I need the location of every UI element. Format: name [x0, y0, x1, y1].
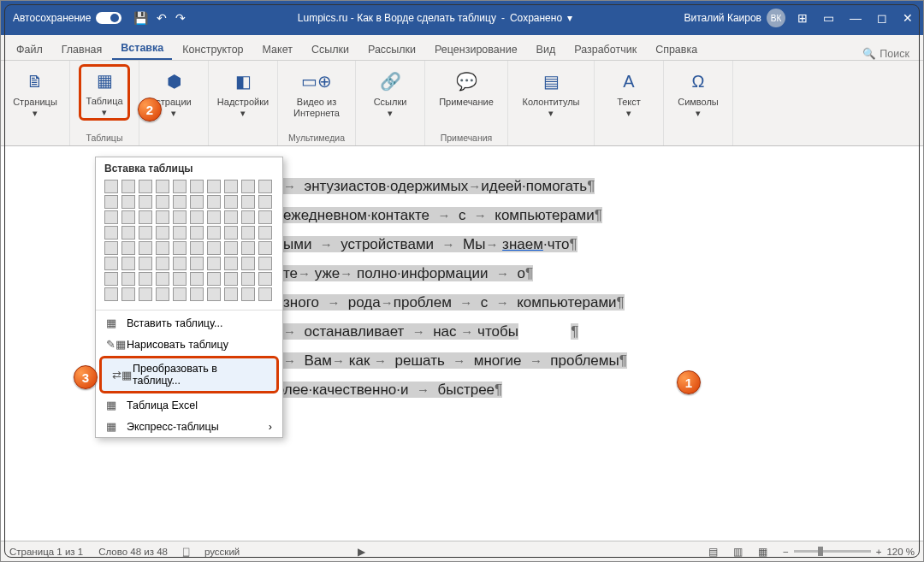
status-page[interactable]: Страница 1 из 1 — [9, 547, 83, 557]
grid-cell[interactable] — [207, 180, 221, 193]
print-layout-icon[interactable]: ▥ — [733, 546, 743, 558]
grid-cell[interactable] — [241, 241, 255, 255]
grid-cell[interactable] — [207, 287, 221, 301]
grid-cell[interactable] — [207, 241, 221, 255]
grid-cell[interactable] — [139, 241, 152, 255]
undo-icon[interactable]: ↶ — [157, 11, 167, 25]
grid-cell[interactable] — [258, 272, 272, 286]
web-layout-icon[interactable]: ▦ — [758, 546, 767, 558]
tab-view[interactable]: Вид — [528, 38, 565, 60]
grid-cell[interactable] — [258, 287, 272, 301]
grid-cell[interactable] — [139, 272, 152, 286]
text-button[interactable]: A Текст▾ — [603, 64, 654, 119]
grid-cell[interactable] — [173, 180, 187, 193]
grid-cell[interactable] — [224, 257, 238, 270]
symbols-button[interactable]: Ω Символы▾ — [672, 64, 724, 119]
grid-cell[interactable] — [104, 287, 118, 301]
grid-cell[interactable] — [121, 287, 135, 301]
grid-cell[interactable] — [173, 226, 187, 240]
grid-cell[interactable] — [190, 241, 204, 255]
tab-home[interactable]: Главная — [53, 38, 111, 60]
grid-cell[interactable] — [139, 195, 152, 209]
zoom-level[interactable]: 120 % — [886, 547, 915, 557]
menu-excel-table[interactable]: ▦ Таблица Excel — [96, 394, 282, 416]
minimize-icon[interactable]: — — [850, 11, 862, 25]
grid-cell[interactable] — [156, 272, 169, 286]
grid-cell[interactable] — [241, 272, 255, 286]
macro-icon[interactable]: ▶ — [358, 546, 365, 558]
grid-cell[interactable] — [139, 210, 152, 224]
search-box[interactable]: 🔍 Поиск — [862, 47, 909, 60]
grid-cell[interactable] — [156, 241, 169, 255]
grid-cell[interactable] — [173, 195, 187, 209]
grid-cell[interactable] — [121, 272, 135, 286]
save-icon[interactable]: 💾 — [133, 11, 148, 25]
zoom-in-icon[interactable]: + — [876, 547, 882, 557]
pages-button[interactable]: 🗎 Страницы▾ — [9, 64, 61, 119]
grid-cell[interactable] — [104, 272, 118, 286]
tab-mailings[interactable]: Рассылки — [359, 38, 424, 60]
tab-file[interactable]: Файл — [8, 38, 51, 60]
zoom-out-icon[interactable]: − — [783, 547, 789, 557]
tab-help[interactable]: Справка — [647, 38, 706, 60]
status-language[interactable]: русский — [204, 547, 240, 557]
grid-cell[interactable] — [104, 210, 118, 224]
grid-cell[interactable] — [207, 195, 221, 209]
menu-draw-table[interactable]: ✎▦ Нарисовать таблицу — [96, 334, 282, 355]
grid-cell[interactable] — [224, 210, 238, 224]
online-video-button[interactable]: ▭⊕ Видео из Интернета — [287, 64, 346, 119]
grid-cell[interactable] — [258, 226, 272, 240]
grid-cell[interactable] — [121, 241, 135, 255]
autosave-toggle[interactable] — [96, 12, 121, 24]
grid-cell[interactable] — [190, 180, 204, 193]
table-button[interactable]: ▦ Таблица▾ — [79, 64, 130, 121]
zoom-slider[interactable] — [794, 550, 871, 553]
grid-cell[interactable] — [207, 272, 221, 286]
grid-cell[interactable] — [190, 287, 204, 301]
proofing-icon[interactable]: ⎕̲ — [183, 547, 189, 557]
grid-cell[interactable] — [258, 180, 272, 193]
display-options-icon[interactable]: ⊞ — [797, 11, 808, 25]
tab-review[interactable]: Рецензирование — [426, 38, 526, 60]
menu-quick-tables[interactable]: ▦ Экспресс-таблицы › — [96, 416, 282, 437]
grid-cell[interactable] — [224, 180, 238, 193]
grid-cell[interactable] — [190, 272, 204, 286]
grid-cell[interactable] — [241, 287, 255, 301]
grid-cell[interactable] — [156, 180, 169, 193]
status-words[interactable]: Слово 48 из 48 — [98, 547, 168, 557]
user-block[interactable]: Виталий Каиров ВК — [684, 9, 785, 27]
grid-cell[interactable] — [241, 226, 255, 240]
links-button[interactable]: 🔗 Ссылки▾ — [364, 64, 416, 119]
table-size-grid[interactable] — [96, 178, 282, 308]
maximize-icon[interactable]: ◻ — [877, 11, 887, 25]
grid-cell[interactable] — [173, 241, 187, 255]
close-icon[interactable]: ✕ — [903, 11, 913, 25]
tab-insert[interactable]: Вставка — [112, 37, 172, 60]
redo-icon[interactable]: ↷ — [175, 11, 186, 25]
tab-design[interactable]: Конструктор — [174, 38, 252, 60]
grid-cell[interactable] — [241, 195, 255, 209]
menu-convert-to-table[interactable]: ⇄▦ Преобразовать в таблицу... — [99, 356, 279, 393]
grid-cell[interactable] — [156, 195, 169, 209]
grid-cell[interactable] — [241, 257, 255, 270]
grid-cell[interactable] — [190, 195, 204, 209]
grid-cell[interactable] — [139, 287, 152, 301]
grid-cell[interactable] — [224, 272, 238, 286]
grid-cell[interactable] — [104, 180, 118, 193]
grid-cell[interactable] — [139, 226, 152, 240]
grid-cell[interactable] — [173, 272, 187, 286]
grid-cell[interactable] — [190, 257, 204, 270]
grid-cell[interactable] — [104, 195, 118, 209]
grid-cell[interactable] — [156, 287, 169, 301]
grid-cell[interactable] — [241, 210, 255, 224]
grid-cell[interactable] — [258, 195, 272, 209]
grid-cell[interactable] — [121, 210, 135, 224]
grid-cell[interactable] — [121, 226, 135, 240]
comment-button[interactable]: 💬 Примечание — [434, 64, 499, 108]
grid-cell[interactable] — [224, 241, 238, 255]
grid-cell[interactable] — [258, 241, 272, 255]
ribbon-options-icon[interactable]: ▭ — [823, 11, 834, 25]
grid-cell[interactable] — [121, 257, 135, 270]
grid-cell[interactable] — [104, 241, 118, 255]
grid-cell[interactable] — [224, 226, 238, 240]
